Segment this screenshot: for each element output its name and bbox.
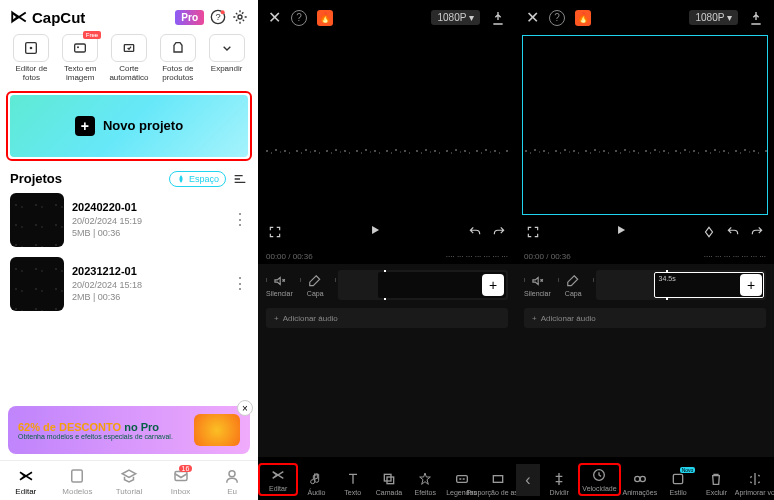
export-icon[interactable]: [490, 10, 506, 26]
project-meta: 5MB | 00:36: [72, 228, 224, 238]
nav-text[interactable]: Texto: [335, 471, 371, 496]
tool-photo-editor[interactable]: Editor de fotos: [10, 34, 53, 83]
nav-delete[interactable]: Excluir: [697, 471, 735, 496]
svg-rect-8: [124, 45, 133, 52]
svg-point-17: [634, 476, 639, 481]
nav-tutorial[interactable]: Tutorial: [103, 467, 155, 496]
undo-icon[interactable]: [468, 225, 482, 239]
svg-point-2: [221, 10, 225, 14]
svg-rect-14: [456, 476, 467, 483]
more-icon[interactable]: ⋮: [232, 274, 248, 293]
help-icon[interactable]: ?: [210, 9, 226, 25]
new-project-label: Novo projeto: [103, 118, 183, 133]
close-icon[interactable]: ✕: [268, 8, 281, 27]
svg-rect-6: [75, 44, 86, 52]
settings-icon[interactable]: [232, 9, 248, 25]
nav-enhance[interactable]: Aprimorar vo: [736, 471, 774, 496]
clip-nav: ‹ Dividir Velocidade Animações NovoEstil…: [516, 457, 774, 500]
undo-icon[interactable]: [726, 225, 740, 239]
timeline[interactable]: Silenciar Capa 34.5s + + Adicionar áudio: [516, 264, 774, 457]
tool-auto-cut[interactable]: Corte automático: [108, 34, 151, 83]
svg-point-18: [640, 476, 645, 481]
keyframe-icon[interactable]: [702, 225, 716, 239]
add-clip-button[interactable]: +: [482, 274, 504, 296]
fullscreen-icon[interactable]: [526, 225, 540, 239]
promo-art: [194, 414, 240, 446]
svg-rect-13: [387, 477, 394, 484]
nav-effects[interactable]: Efeitos: [407, 471, 443, 496]
fullscreen-icon[interactable]: [268, 225, 282, 239]
fire-icon[interactable]: 🔥: [317, 10, 333, 26]
promo-subtitle: Obtenha modelos e efeitos especiais de c…: [18, 433, 194, 440]
projects-title: Projetos: [10, 171, 62, 186]
video-track[interactable]: +: [338, 270, 508, 300]
close-icon[interactable]: ✕: [526, 8, 539, 27]
nav-profile[interactable]: Eu: [206, 467, 258, 496]
project-item[interactable]: 20240220-01 20/02/2024 15:19 5MB | 00:36…: [10, 193, 248, 247]
editor-nav: Editar Áudio Texto Camada Efeitos Legend…: [258, 457, 516, 500]
back-button[interactable]: ‹: [516, 464, 540, 496]
promo-banner[interactable]: 62% de DESCONTO no Pro Obtenha modelos e…: [8, 406, 250, 454]
inbox-badge: 16: [179, 465, 193, 472]
nav-inbox[interactable]: 16Inbox: [155, 467, 207, 496]
time-bar: 00:00 / 00:36···· ··· ··· ··· ··· ··· ··…: [258, 249, 516, 264]
project-meta: 2MB | 00:36: [72, 292, 224, 302]
nav-style[interactable]: NovoEstilo: [659, 471, 697, 496]
nav-split[interactable]: Dividir: [540, 471, 578, 496]
mute-button[interactable]: Silenciar: [266, 274, 293, 297]
svg-rect-9: [72, 470, 83, 482]
new-project-button[interactable]: + Novo projeto: [10, 95, 248, 157]
project-name: 20231212-01: [72, 265, 224, 277]
video-preview[interactable]: [522, 35, 768, 215]
tool-row: Editor de fotos FreeTexto em imagem Cort…: [0, 34, 258, 91]
svg-rect-19: [673, 474, 682, 483]
promo-title: 62% de DESCONTO no Pro: [18, 421, 194, 433]
add-clip-button[interactable]: +: [740, 274, 762, 296]
nav-templates[interactable]: Modelos: [52, 467, 104, 496]
nav-speed[interactable]: Velocidade: [578, 463, 620, 496]
redo-icon[interactable]: [492, 225, 506, 239]
export-icon[interactable]: [748, 10, 764, 26]
nav-audio[interactable]: Áudio: [298, 471, 334, 496]
resolution-select[interactable]: 1080P ▾: [689, 10, 738, 25]
app-name: CapCut: [32, 9, 85, 26]
project-item[interactable]: 20231212-01 20/02/2024 15:18 2MB | 00:36…: [10, 257, 248, 311]
nav-edit[interactable]: Editar: [258, 463, 298, 496]
tool-product-photos[interactable]: Fotos de produtos: [156, 34, 199, 83]
tool-expand[interactable]: Expandir: [205, 34, 248, 83]
nav-edit[interactable]: Editar: [0, 467, 52, 496]
svg-text:?: ?: [215, 12, 220, 22]
video-preview[interactable]: [264, 35, 510, 215]
svg-rect-15: [493, 476, 502, 483]
redo-icon[interactable]: [750, 225, 764, 239]
new-project-highlight: + Novo projeto: [6, 91, 252, 161]
project-date: 20/02/2024 15:18: [72, 280, 224, 290]
play-icon[interactable]: [368, 223, 382, 237]
resolution-select[interactable]: 1080P ▾: [431, 10, 480, 25]
nav-aspect[interactable]: Proporção de aspec: [480, 471, 516, 496]
fire-icon[interactable]: 🔥: [575, 10, 591, 26]
help-icon[interactable]: ?: [549, 10, 565, 26]
cover-button[interactable]: Capa: [565, 274, 582, 297]
audio-track[interactable]: + Adicionar áudio: [524, 308, 766, 328]
cover-button[interactable]: Capa: [307, 274, 324, 297]
project-thumbnail: [10, 257, 64, 311]
tool-text-image[interactable]: FreeTexto em imagem: [59, 34, 102, 83]
play-icon[interactable]: [614, 223, 628, 237]
timeline[interactable]: Silenciar Capa + + Adicionar áudio: [258, 264, 516, 457]
close-icon[interactable]: ×: [237, 400, 253, 416]
pro-badge[interactable]: Pro: [175, 10, 204, 25]
svg-rect-10: [175, 472, 187, 481]
space-button[interactable]: Espaço: [169, 171, 226, 187]
audio-track[interactable]: + Adicionar áudio: [266, 308, 508, 328]
help-icon[interactable]: ?: [291, 10, 307, 26]
app-logo: CapCut: [10, 8, 85, 26]
nav-animations[interactable]: Animações: [621, 471, 659, 496]
mute-button[interactable]: Silenciar: [524, 274, 551, 297]
more-icon[interactable]: ⋮: [232, 210, 248, 229]
nav-layer[interactable]: Camada: [371, 471, 407, 496]
video-track[interactable]: 34.5s +: [596, 270, 766, 300]
sort-icon[interactable]: [232, 171, 248, 187]
svg-point-11: [229, 471, 235, 477]
svg-point-7: [77, 46, 79, 48]
